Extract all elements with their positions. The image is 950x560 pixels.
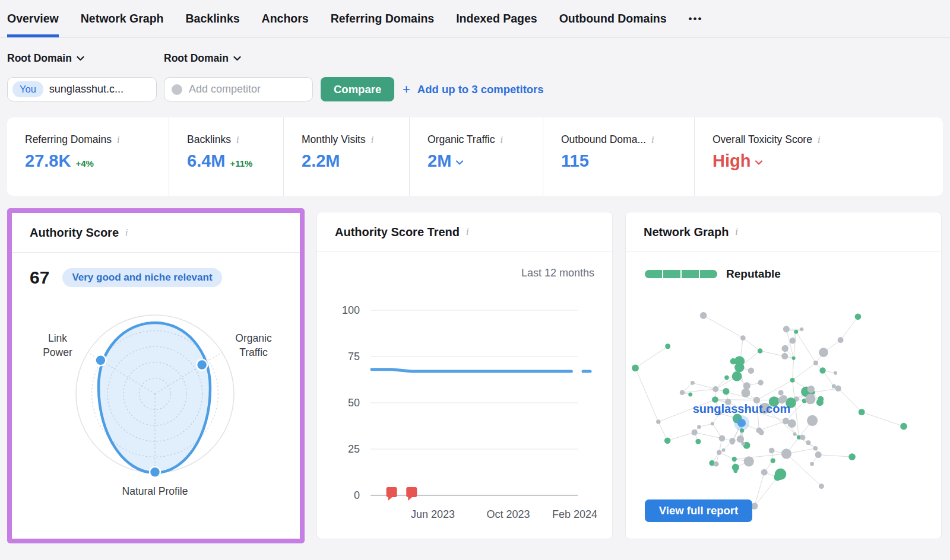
add-competitor-input[interactable]: Add competitor — [164, 77, 313, 101]
metric-monthly-visits: Monthly Visitsi2.2M — [284, 117, 410, 196]
compare-button[interactable]: Compare — [321, 77, 394, 101]
metric-value: 27.8K — [25, 151, 71, 171]
metric-label: Referring Domains — [25, 133, 112, 146]
metric-label: Organic Traffic — [428, 133, 495, 146]
info-icon[interactable]: i — [818, 135, 820, 145]
svg-text:0: 0 — [354, 489, 360, 501]
metric-backlinks: Backlinksi6.4M+11% — [169, 117, 284, 196]
info-icon[interactable]: i — [651, 135, 654, 145]
metric-value: 6.4M — [187, 151, 225, 171]
svg-text:25: 25 — [348, 443, 360, 455]
info-icon[interactable]: i — [500, 135, 502, 145]
metric-label: Overall Toxicity Score — [712, 133, 812, 146]
info-icon[interactable]: i — [735, 227, 737, 237]
metric-referring-domains: Referring Domainsi27.8K+4% — [7, 117, 169, 196]
metric-value[interactable]: High — [712, 151, 750, 171]
authority-score-card: Authority Score i 67 Very good and niche… — [12, 213, 300, 539]
svg-text:Oct 2023: Oct 2023 — [486, 508, 530, 520]
authority-score-badge: Very good and niche relevant — [62, 268, 221, 287]
chevron-down-icon — [77, 56, 84, 61]
info-icon[interactable]: i — [117, 135, 119, 145]
metric-organic-traffic: Organic Traffici2M — [410, 117, 543, 196]
metrics-summary-panel: Referring Domainsi27.8K+4%Backlinksi6.4M… — [7, 117, 943, 196]
network-header: Network Graph i — [626, 212, 941, 252]
add-competitors-label: Add up to 3 competitors — [417, 83, 544, 96]
nav-tab-indexed-pages[interactable]: Indexed Pages — [456, 0, 537, 37]
reputation-label: Reputable — [726, 268, 781, 281]
you-badge: You — [12, 81, 43, 97]
metric-label: Outbound Doma... — [561, 133, 646, 146]
metric-delta: +4% — [75, 158, 93, 168]
metric-value[interactable]: 2M — [428, 151, 451, 171]
network-title: Network Graph — [644, 225, 729, 239]
radar-axis-link-power: Link Power — [33, 332, 82, 359]
competitor-scope-label: Root Domain — [164, 52, 229, 65]
competitor-avatar-placeholder-icon — [172, 84, 182, 95]
nav-tab-referring-domains[interactable]: Referring Domains — [331, 0, 434, 37]
network-graph-card: Network Graph i Reputable sunglasshut.co… — [625, 212, 942, 539]
nav-tab-network-graph[interactable]: Network Graph — [81, 0, 164, 37]
svg-text:100: 100 — [342, 304, 360, 316]
target-scope-label: Root Domain — [7, 52, 72, 65]
network-center-domain-label: sunglasshut.com — [693, 402, 790, 415]
trend-title: Authority Score Trend — [335, 225, 460, 239]
plus-icon: + — [403, 83, 410, 96]
chevron-down-icon[interactable] — [755, 160, 762, 165]
svg-text:75: 75 — [348, 351, 360, 362]
nav-tab-anchors[interactable]: Anchors — [262, 0, 309, 37]
metric-overall-toxicity-score: Overall Toxicity ScoreiHigh — [695, 117, 943, 196]
radar-axis-natural-profile: Natural Profile — [104, 485, 206, 499]
chevron-down-icon — [233, 56, 241, 61]
metric-value: 2.2M — [302, 151, 340, 171]
nav-more-button[interactable]: ••• — [689, 0, 703, 37]
svg-text:Feb 2024: Feb 2024 — [552, 508, 597, 520]
trend-range-label: Last 12 months — [521, 267, 594, 279]
info-icon[interactable]: i — [466, 227, 468, 237]
radar-axis-organic-traffic: Organic Traffic — [221, 332, 286, 359]
metric-label: Backlinks — [187, 133, 231, 146]
nav-tabs: OverviewNetwork GraphBacklinksAnchorsRef… — [7, 0, 667, 37]
reputation-meter-segment — [682, 270, 699, 278]
reputation-meter-segment — [663, 270, 680, 278]
view-full-report-button[interactable]: View full report — [645, 499, 752, 522]
authority-score-highlight: Authority Score i 67 Very good and niche… — [7, 208, 305, 543]
authority-score-title: Authority Score — [30, 226, 119, 240]
reputation-meter-segment — [700, 270, 717, 278]
network-graph-visualization: sunglasshut.com — [626, 282, 942, 526]
competitor-scope-dropdown[interactable]: Root Domain — [164, 52, 241, 65]
reputation-meter-segment — [645, 270, 662, 278]
network-rating-row: Reputable — [645, 268, 781, 281]
target-scope-dropdown[interactable]: Root Domain — [7, 52, 84, 65]
target-domain-value: sunglasshut.c... — [49, 83, 124, 96]
add-competitors-link[interactable]: + Add up to 3 competitors — [403, 77, 544, 101]
metric-label: Monthly Visits — [302, 133, 366, 146]
add-competitor-placeholder: Add competitor — [189, 83, 261, 96]
nav-tab-backlinks[interactable]: Backlinks — [186, 0, 240, 37]
target-domain-input[interactable]: You sunglasshut.c... — [7, 77, 157, 101]
top-nav: OverviewNetwork GraphBacklinksAnchorsRef… — [0, 0, 950, 38]
chevron-down-icon[interactable] — [456, 160, 463, 165]
info-icon[interactable]: i — [236, 135, 239, 145]
authority-score-value-row: 67 Very good and niche relevant — [30, 268, 222, 288]
authority-score-trend-card: Authority Score Trend i Last 12 months 0… — [316, 212, 613, 539]
nav-tab-outbound-domains[interactable]: Outbound Domains — [559, 0, 667, 37]
trend-header: Authority Score Trend i — [317, 212, 612, 252]
backlink-analytics-page: OverviewNetwork GraphBacklinksAnchorsRef… — [0, 0, 950, 560]
authority-score-header: Authority Score i — [12, 213, 300, 253]
svg-text:50: 50 — [348, 397, 360, 409]
authority-score-value: 67 — [30, 268, 49, 288]
reputation-meter — [645, 270, 717, 278]
svg-text:Jun 2023: Jun 2023 — [411, 508, 455, 520]
info-icon[interactable]: i — [371, 135, 373, 145]
metric-value: 115 — [561, 151, 589, 171]
metric-outbound-doma: Outbound Doma...i115 — [543, 117, 695, 196]
authority-score-trend-chart: 0255075100Jun 2023Oct 2023Feb 2024 — [323, 295, 607, 536]
metric-delta: +11% — [230, 158, 252, 168]
nav-tab-overview[interactable]: Overview — [7, 0, 59, 37]
info-icon[interactable]: i — [125, 227, 128, 238]
